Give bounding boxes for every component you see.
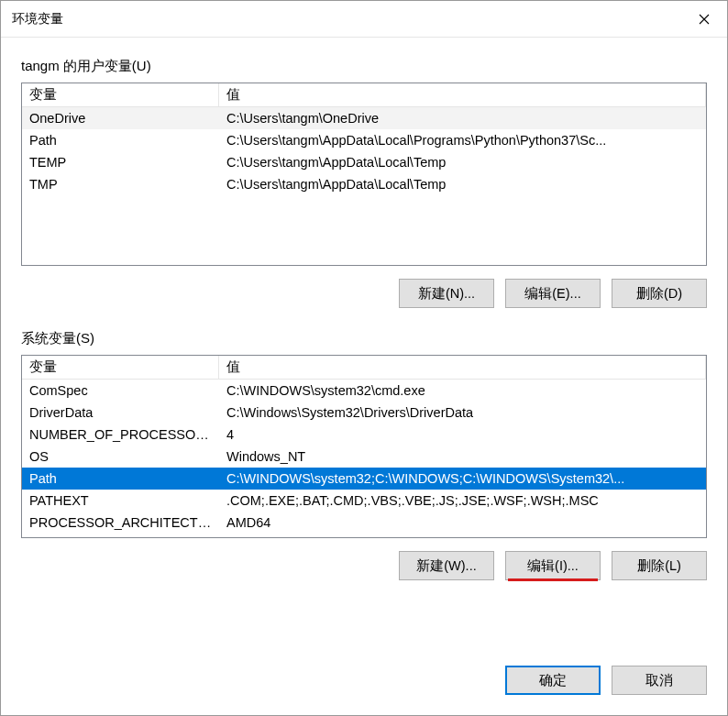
var-value-cell: C:\WINDOWS\system32;C:\WINDOWS;C:\WINDOW… (219, 471, 706, 486)
var-value-cell: C:\Windows\System32\Drivers\DriverData (219, 405, 706, 420)
sys-delete-button[interactable]: 删除(L) (612, 551, 707, 580)
var-name-cell: Path (22, 133, 219, 148)
var-name-cell: TEMP (22, 155, 219, 170)
var-name-cell: PATHEXT (22, 493, 219, 508)
table-row[interactable]: TEMPC:\Users\tangm\AppData\Local\Temp (22, 151, 706, 173)
var-name-cell: TMP (22, 177, 219, 192)
var-value-cell: .COM;.EXE;.BAT;.CMD;.VBS;.VBE;.JS;.JSE;.… (219, 493, 706, 508)
var-value-cell: C:\WINDOWS\system32\cmd.exe (219, 383, 706, 398)
dialog-footer: 确定 取消 (1, 666, 727, 715)
table-row[interactable]: DriverDataC:\Windows\System32\Drivers\Dr… (22, 402, 706, 424)
table-row[interactable]: PathC:\WINDOWS\system32;C:\WINDOWS;C:\WI… (22, 468, 706, 490)
user-vars-label: tangm 的用户变量(U) (21, 58, 707, 75)
var-name-cell: ComSpec (22, 383, 219, 398)
user-header-var[interactable]: 变量 (22, 83, 219, 107)
table-row[interactable]: OSWindows_NT (22, 446, 706, 468)
table-row[interactable]: ComSpecC:\WINDOWS\system32\cmd.exe (22, 380, 706, 402)
user-delete-button[interactable]: 删除(D) (612, 279, 707, 308)
user-new-button[interactable]: 新建(N)... (399, 279, 494, 308)
user-vars-list[interactable]: 变量 值 OneDriveC:\Users\tangm\OneDrivePath… (21, 83, 707, 266)
close-icon (699, 14, 710, 25)
cancel-button[interactable]: 取消 (612, 666, 707, 695)
var-name-cell: DriverData (22, 405, 219, 420)
var-value-cell: Windows_NT (219, 449, 706, 464)
sys-vars-list[interactable]: 变量 值 ComSpecC:\WINDOWS\system32\cmd.exeD… (21, 355, 707, 538)
var-name-cell: NUMBER_OF_PROCESSORS (22, 427, 219, 442)
sys-header-val[interactable]: 值 (219, 356, 706, 380)
var-name-cell: OneDrive (22, 111, 219, 126)
sys-edit-button[interactable]: 编辑(I)... (505, 551, 601, 580)
user-button-row: 新建(N)... 编辑(E)... 删除(D) (21, 279, 707, 308)
close-button[interactable] (681, 1, 727, 38)
var-name-cell: OS (22, 449, 219, 464)
ok-button[interactable]: 确定 (505, 666, 601, 695)
sys-list-header: 变量 值 (22, 356, 706, 380)
table-row[interactable]: OneDriveC:\Users\tangm\OneDrive (22, 107, 706, 129)
var-value-cell: 4 (219, 427, 706, 442)
var-value-cell: AMD64 (219, 515, 706, 530)
var-value-cell: C:\Users\tangm\OneDrive (219, 111, 706, 126)
var-value-cell: C:\Users\tangm\AppData\Local\Temp (219, 177, 706, 192)
sys-button-row: 新建(W)... 编辑(I)... 删除(L) (21, 551, 707, 580)
table-row[interactable]: TMPC:\Users\tangm\AppData\Local\Temp (22, 173, 706, 195)
table-row[interactable]: PATHEXT.COM;.EXE;.BAT;.CMD;.VBS;.VBE;.JS… (22, 490, 706, 512)
user-list-header: 变量 值 (22, 83, 706, 107)
titlebar: 环境变量 (1, 1, 727, 38)
user-header-val[interactable]: 值 (219, 83, 706, 107)
sys-new-button[interactable]: 新建(W)... (399, 551, 494, 580)
sys-header-var[interactable]: 变量 (22, 356, 219, 380)
dialog-content: tangm 的用户变量(U) 变量 值 OneDriveC:\Users\tan… (1, 38, 727, 666)
window-title: 环境变量 (12, 11, 63, 28)
user-edit-button[interactable]: 编辑(E)... (505, 279, 601, 308)
table-row[interactable]: PathC:\Users\tangm\AppData\Local\Program… (22, 129, 706, 151)
user-list-body: OneDriveC:\Users\tangm\OneDrivePathC:\Us… (22, 107, 706, 265)
sys-list-body: ComSpecC:\WINDOWS\system32\cmd.exeDriver… (22, 380, 706, 537)
var-name-cell: PROCESSOR_ARCHITECTURE (22, 515, 219, 530)
var-value-cell: C:\Users\tangm\AppData\Local\Programs\Py… (219, 133, 706, 148)
var-name-cell: Path (22, 471, 219, 486)
env-vars-dialog: 环境变量 tangm 的用户变量(U) 变量 值 OneDriveC:\User… (0, 0, 728, 716)
var-value-cell: C:\Users\tangm\AppData\Local\Temp (219, 155, 706, 170)
table-row[interactable]: NUMBER_OF_PROCESSORS4 (22, 424, 706, 446)
sys-vars-label: 系统变量(S) (21, 330, 707, 347)
table-row[interactable]: PROCESSOR_ARCHITECTUREAMD64 (22, 512, 706, 534)
